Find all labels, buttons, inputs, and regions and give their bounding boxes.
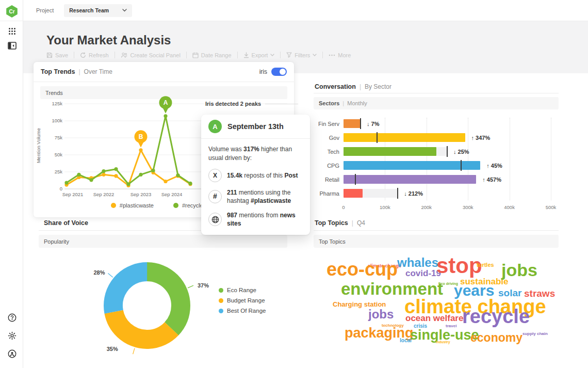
sector-bar-chart: Fin Serv↓ 7%Gov↑ 347%Tech↓ 25%CPG↑ 45%Re… <box>314 117 560 213</box>
legend-label: Eco Range <box>227 287 256 293</box>
sector-bar[interactable] <box>344 119 361 128</box>
x-axis-tick: 400k <box>504 204 515 210</box>
topic-word[interactable]: covid-19 <box>405 269 441 278</box>
iris-insight-popup: A September 13th Volume was 317% higher … <box>201 115 310 235</box>
refresh-button[interactable]: Refresh <box>80 52 109 58</box>
top-topics-subtitle: Q4 <box>352 219 365 227</box>
topic-word[interactable]: recycle <box>462 307 530 326</box>
date-range-button[interactable]: Date Range <box>192 52 232 58</box>
x-social-icon: X <box>208 169 222 182</box>
topic-word[interactable]: environment <box>341 280 443 297</box>
legend-plasticwaste[interactable]: #plasticwaste <box>111 202 154 209</box>
top-topics-word-cloud: climate changewhaleseco-cupcovid-19stopE… <box>314 251 562 351</box>
account-icon[interactable] <box>7 348 17 359</box>
sidebar-divider <box>0 21 23 21</box>
sector-track: ↓ 25% <box>344 147 551 156</box>
svg-text:25k: 25k <box>55 169 63 174</box>
svg-text:Sep 2022: Sep 2022 <box>93 191 115 197</box>
settings-gear-icon[interactable] <box>7 330 17 341</box>
svg-text:37%: 37% <box>198 282 209 289</box>
x-axis-tick: 0 <box>342 204 345 210</box>
benchmark-marker <box>397 188 398 199</box>
benchmark-marker <box>461 160 462 171</box>
iris-caption-text: Iris detected 2 peaks <box>205 101 261 107</box>
filters-label: Filters <box>295 52 310 58</box>
conversation-subtitle: By Sector <box>360 83 391 90</box>
sector-bar[interactable] <box>344 147 436 156</box>
conversation-title: Conversation <box>315 83 356 90</box>
topic-word[interactable]: turtles <box>477 262 494 268</box>
sector-bar[interactable] <box>344 189 363 198</box>
create-social-panel-button[interactable]: Create Social Panel <box>121 52 181 58</box>
iris-item-hashtag[interactable]: # 211 mentions using the hashtag #plasti… <box>208 188 303 205</box>
date-range-label: Date Range <box>201 52 232 58</box>
export-label: Export <box>252 52 268 58</box>
save-label: Save <box>55 52 68 58</box>
download-icon <box>243 52 249 58</box>
sector-track: ↓ 212% <box>344 189 551 198</box>
topic-word[interactable]: jobs <box>368 308 394 321</box>
topbar: Project Research Team <box>23 0 588 21</box>
legend-label: #plasticwaste <box>120 202 154 209</box>
brand-logo[interactable]: Cr <box>6 5 18 18</box>
iris-popup-header: A September 13th <box>201 115 310 139</box>
sector-bar[interactable] <box>344 133 465 142</box>
sector-label: CPG <box>314 163 339 169</box>
top-topics-section-bar[interactable]: Top Topics <box>314 235 559 248</box>
sector-bar[interactable] <box>344 175 476 184</box>
help-icon[interactable] <box>7 312 17 323</box>
apps-grid-icon[interactable] <box>7 26 17 36</box>
conversation-divider <box>314 93 559 93</box>
topic-word[interactable]: economy <box>470 332 522 344</box>
topic-word[interactable]: whales <box>397 257 438 269</box>
iris-item-text: 211 mentions using the hashtag #plasticw… <box>227 188 303 205</box>
iris-item-text: 987 mentions from news sites <box>227 211 303 228</box>
topic-word[interactable]: stop <box>436 255 482 277</box>
logo-text: Cr <box>9 9 14 14</box>
filters-button[interactable]: Filters <box>286 52 317 58</box>
benchmark-marker <box>447 146 448 157</box>
toolbar-divider <box>115 52 115 58</box>
popularity-section-bar[interactable]: Popularity <box>39 235 287 248</box>
svg-text:Sep 2024: Sep 2024 <box>161 191 183 197</box>
svg-text:B: B <box>139 133 143 140</box>
people-icon <box>121 52 128 58</box>
collapse-panel-icon[interactable] <box>7 40 17 51</box>
save-button[interactable]: Save <box>46 52 68 58</box>
iris-item-news[interactable]: 987 mentions from news sites <box>208 211 303 228</box>
calendar-icon <box>192 52 199 58</box>
top-trends-title: Top Trends <box>41 68 75 75</box>
topic-word[interactable]: jobs <box>501 261 537 279</box>
toolbar-divider <box>74 52 74 58</box>
iris-item-reposts[interactable]: X 15.4k reposts of this Post <box>208 169 303 182</box>
more-button[interactable]: More <box>329 52 351 58</box>
project-label: Project <box>36 7 54 13</box>
donut-legend-eco-range[interactable]: Eco Range <box>219 287 266 293</box>
donut-legend-budget-range[interactable]: Budget Range <box>219 297 266 303</box>
conversation-header: Conversation By Sector <box>315 83 391 90</box>
legend-label: Budget Range <box>227 297 265 303</box>
export-button[interactable]: Export <box>243 52 275 58</box>
donut-legend-best-of-range[interactable]: Best Of Range <box>219 308 266 314</box>
svg-text:Sep 2023: Sep 2023 <box>130 191 152 197</box>
peak-pin-a[interactable]: A <box>159 96 172 114</box>
refresh-icon <box>80 52 86 58</box>
topic-word[interactable]: supply chain <box>522 332 548 336</box>
sector-bar[interactable] <box>344 161 480 170</box>
peak-a-badge: A <box>208 120 222 133</box>
topic-word[interactable]: eco-cup <box>326 260 398 279</box>
sectors-section-bar[interactable]: Sectors Monthly <box>314 97 559 109</box>
svg-text:35%: 35% <box>107 346 118 352</box>
topic-word[interactable]: local <box>400 338 412 343</box>
peak-pin-b[interactable]: B <box>135 130 148 148</box>
series-plasticwaste <box>67 150 190 186</box>
topic-word[interactable]: industry <box>436 340 450 344</box>
more-dots-icon <box>329 54 335 56</box>
share-of-voice-title: Share of Voice <box>44 219 88 227</box>
sector-row-cpg: CPG↑ 45% <box>314 158 560 172</box>
topic-word[interactable]: ocean welfare <box>405 314 463 323</box>
iris-toggle[interactable] <box>271 68 287 76</box>
top-trends-header: Top Trends Over Time iris <box>34 62 294 82</box>
chevron-down-icon <box>313 54 317 56</box>
project-dropdown[interactable]: Research Team <box>64 4 132 17</box>
